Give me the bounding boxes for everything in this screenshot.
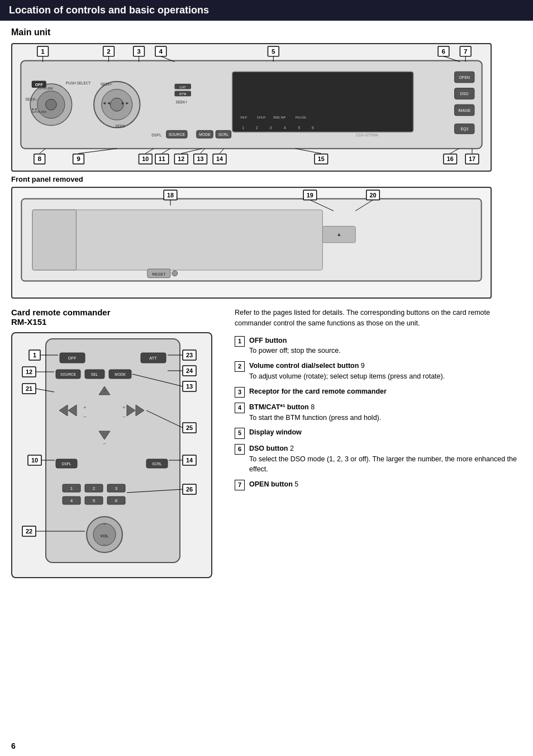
svg-text:◄◄: ◄◄ xyxy=(102,101,111,106)
remote-svg: OFF ATT SOURCE SEL MODE xyxy=(12,333,213,579)
svg-text:5: 5 xyxy=(272,48,275,55)
svg-text:9: 9 xyxy=(77,155,80,162)
svg-text:MODE: MODE xyxy=(199,133,211,136)
svg-text:CDX-GT50W: CDX-GT50W xyxy=(356,133,379,137)
svg-text:SEEK–: SEEK– xyxy=(25,97,37,101)
desc-content-5: Display window xyxy=(249,427,522,438)
svg-text:+: + xyxy=(103,522,106,527)
desc-content-3: Receptor for the card remote commander xyxy=(249,386,522,397)
desc-content-4: BTM/CAT*¹ button 8 To start the BTM func… xyxy=(249,402,522,423)
svg-text:DSPL: DSPL xyxy=(151,133,161,137)
desc-item-3: 3 Receptor for the card remote commander xyxy=(235,386,522,398)
svg-text:1: 1 xyxy=(41,48,45,55)
front-panel-label: Front panel removed xyxy=(11,175,522,183)
desc-item-6: 6 DSO button 2 To select the DSO mode (1… xyxy=(235,443,522,475)
desc-title-2: Volume control dial/select button xyxy=(249,362,359,370)
svg-text:CAT: CAT xyxy=(180,86,187,89)
svg-text:4: 4 xyxy=(159,48,163,55)
desc-detail-2: To adjust volume (rotate); select setup … xyxy=(249,372,445,380)
page-number: 6 xyxy=(11,741,16,750)
desc-title-1: OFF button xyxy=(249,337,287,344)
svg-text:5: 5 xyxy=(93,498,96,503)
svg-text:20: 20 xyxy=(370,192,377,199)
front-panel-diagram: ▲ RESET 18 19 20 xyxy=(11,187,492,299)
svg-text:3: 3 xyxy=(115,486,118,491)
svg-text:23: 23 xyxy=(186,352,193,358)
svg-text:5: 5 xyxy=(298,126,301,130)
desc-extra-num-4: 8 xyxy=(311,403,315,411)
svg-text:GP/ALBM: GP/ALBM xyxy=(38,87,53,90)
svg-text:DSO: DSO xyxy=(460,92,469,96)
svg-text:–: – xyxy=(103,441,106,446)
svg-text:14: 14 xyxy=(186,457,193,464)
svg-point-3 xyxy=(46,99,57,110)
svg-text:SOURCE: SOURCE xyxy=(169,133,185,136)
svg-text:17: 17 xyxy=(469,155,475,162)
main-unit-title: Main unit xyxy=(11,27,522,37)
svg-text:+: + xyxy=(83,405,86,410)
svg-text:8: 8 xyxy=(37,155,41,162)
desc-intro: Refer to the pages listed for details. T… xyxy=(235,308,522,329)
card-remote-section: Card remote commander RM-X151 OFF ATT SO… xyxy=(11,308,223,578)
desc-item-1: 1 OFF button To power off; stop the sour… xyxy=(235,336,522,357)
svg-text:19: 19 xyxy=(307,192,313,199)
header-title: Location of controls and basic operation… xyxy=(9,4,209,16)
svg-line-91 xyxy=(220,149,224,154)
svg-text:6: 6 xyxy=(312,126,314,130)
descriptions-section: Refer to the pages listed for details. T… xyxy=(235,308,522,578)
desc-item-7: 7 OPEN button 5 xyxy=(235,479,522,490)
svg-text:10: 10 xyxy=(142,155,149,162)
svg-point-107 xyxy=(172,271,178,276)
svg-text:21: 21 xyxy=(26,385,32,392)
desc-extra-num-6: 2 xyxy=(290,445,294,452)
svg-text:SEEK+: SEEK+ xyxy=(101,82,112,86)
desc-item-4: 4 BTM/CAT*¹ button 8 To start the BTM fu… xyxy=(235,402,522,423)
svg-text:2: 2 xyxy=(256,126,258,130)
svg-text:BBE MP: BBE MP xyxy=(273,116,285,119)
svg-text:+: + xyxy=(122,405,125,410)
svg-text:6: 6 xyxy=(442,48,446,55)
desc-detail-6: To select the DSO mode (1, 2, 3 or off).… xyxy=(249,455,517,474)
desc-num-5: 5 xyxy=(235,428,245,438)
svg-text:14: 14 xyxy=(216,155,223,162)
svg-text:26: 26 xyxy=(186,486,193,493)
desc-num-6: 6 xyxy=(235,444,245,455)
svg-text:16: 16 xyxy=(447,155,454,162)
svg-rect-30 xyxy=(232,72,413,132)
desc-num-4: 4 xyxy=(235,403,245,413)
svg-text:OPEN: OPEN xyxy=(459,75,470,79)
svg-text:MODE: MODE xyxy=(115,372,126,376)
svg-text:3: 3 xyxy=(137,48,141,55)
description-list: 1 OFF button To power off; stop the sour… xyxy=(235,336,522,491)
svg-text:RESET: RESET xyxy=(152,272,166,277)
desc-item-2: 2 Volume control dial/select button 9 To… xyxy=(235,361,522,382)
svg-text:+: + xyxy=(103,389,106,394)
svg-text:SCRL: SCRL xyxy=(152,462,162,466)
svg-text:15: 15 xyxy=(318,155,325,162)
svg-text:6: 6 xyxy=(115,498,118,503)
svg-text:3: 3 xyxy=(269,126,272,130)
svg-text:1: 1 xyxy=(242,126,244,130)
svg-text:IMAGE: IMAGE xyxy=(458,108,471,112)
svg-text:ATT: ATT xyxy=(149,356,157,361)
desc-item-5: 5 Display window xyxy=(235,427,522,438)
svg-line-88 xyxy=(201,149,205,154)
desc-extra-num-2: 9 xyxy=(361,362,365,370)
svg-text:12: 12 xyxy=(178,155,184,162)
svg-text:–: – xyxy=(83,414,86,419)
svg-text:PUSH SELECT: PUSH SELECT xyxy=(66,81,91,85)
svg-text:BTM: BTM xyxy=(179,92,187,96)
svg-text:4: 4 xyxy=(284,126,286,130)
svg-text:EQ3: EQ3 xyxy=(460,127,468,131)
svg-text:1: 1 xyxy=(33,352,36,358)
svg-text:SEL: SEL xyxy=(91,372,98,376)
page-header: Location of controls and basic operation… xyxy=(0,0,533,21)
svg-text:10: 10 xyxy=(31,457,38,464)
svg-text:25: 25 xyxy=(186,424,193,431)
svg-text:PAUSE: PAUSE xyxy=(296,116,307,119)
card-remote-title: Card remote commander RM-X151 xyxy=(11,308,223,327)
svg-text:◄◄: ◄◄ xyxy=(31,107,37,111)
svg-line-85 xyxy=(181,149,202,154)
svg-text:22: 22 xyxy=(26,528,32,535)
svg-text:DSPL: DSPL xyxy=(62,462,72,466)
